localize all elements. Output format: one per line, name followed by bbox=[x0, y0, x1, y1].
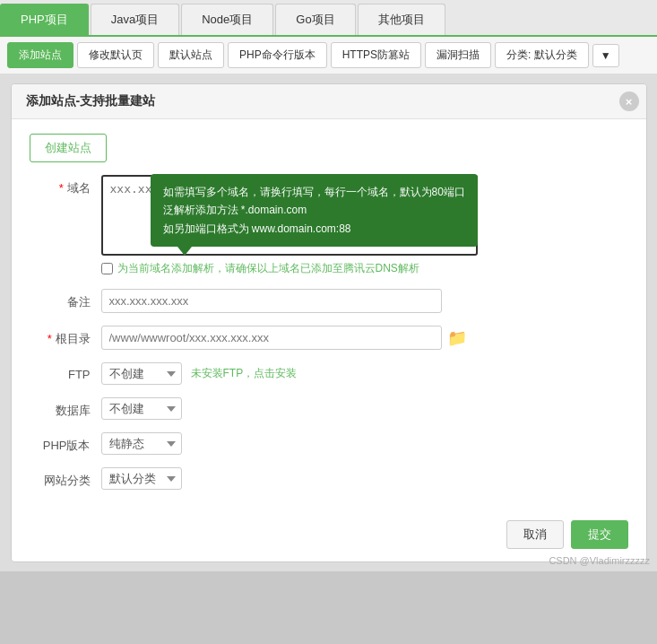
secondary-toolbar: 添加站点 修改默认页 默认站点 PHP命令行版本 HTTPS防篡站 漏洞扫描 分… bbox=[0, 37, 657, 74]
btn-more[interactable]: ▼ bbox=[592, 44, 619, 67]
tooltip-line2: 泛解析添加方法 *.domain.com bbox=[163, 201, 465, 219]
dialog-title: 添加站点-支持批量建站 bbox=[26, 93, 156, 108]
remark-label: 备注 bbox=[30, 289, 101, 310]
remark-row: 备注 bbox=[30, 289, 628, 313]
site-category-select[interactable]: 默认分类 bbox=[101, 467, 182, 490]
btn-https[interactable]: HTTPS防篡站 bbox=[331, 42, 421, 68]
php-version-control-wrap: 纯静态 bbox=[101, 432, 628, 455]
dialog-title-bar: 添加站点-支持批量建站 bbox=[12, 84, 646, 119]
ftp-label: FTP bbox=[30, 362, 101, 381]
submit-button[interactable]: 提交 bbox=[571, 520, 628, 549]
btn-category[interactable]: 分类: 默认分类 bbox=[495, 42, 589, 68]
tooltip-line3: 如另加端口格式为 www.domain.com:88 bbox=[163, 220, 465, 238]
btn-php-cli[interactable]: PHP命令行版本 bbox=[228, 42, 327, 68]
database-row: 数据库 不创建 bbox=[30, 397, 628, 420]
tooltip-box: 如需填写多个域名，请换行填写，每行一个域名，默认为80端口 泛解析添加方法 *.… bbox=[151, 174, 478, 247]
rootdir-label: 根目录 bbox=[30, 326, 101, 347]
remark-control-wrap bbox=[101, 289, 628, 313]
ftp-select[interactable]: 不创建 bbox=[101, 362, 182, 385]
database-control-wrap: 不创建 bbox=[101, 397, 628, 420]
ftp-select-wrap: 不创建 未安装FTP，点击安装 bbox=[101, 362, 628, 385]
dialog-footer: 取消 提交 bbox=[12, 511, 646, 561]
main-area: 添加站点-支持批量建站 × 如需填写多个域名，请换行填写，每行一个域名，默认为8… bbox=[0, 74, 657, 571]
btn-default-site[interactable]: 默认站点 bbox=[158, 42, 224, 68]
ftp-row: FTP 不创建 未安装FTP，点击安装 bbox=[30, 362, 628, 385]
database-label: 数据库 bbox=[30, 397, 101, 419]
create-site-row: 创建站点 bbox=[30, 134, 628, 162]
database-select[interactable]: 不创建 bbox=[101, 397, 182, 420]
dialog: 添加站点-支持批量建站 × 如需填写多个域名，请换行填写，每行一个域名，默认为8… bbox=[11, 83, 647, 562]
top-tabs: PHP项目 Java项目 Node项目 Go项目 其他项目 bbox=[0, 0, 657, 37]
remark-input[interactable] bbox=[101, 289, 442, 313]
tab-java[interactable]: Java项目 bbox=[91, 4, 179, 35]
watermark: CSDN @Vladimirzzzzz bbox=[549, 555, 650, 566]
btn-modify-default-page[interactable]: 修改默认页 bbox=[77, 42, 154, 68]
close-button[interactable]: × bbox=[619, 91, 639, 111]
dns-checkbox-label: 为当前域名添加解析，请确保以上域名已添加至腾讯云DNS解析 bbox=[117, 261, 419, 276]
site-category-label: 网站分类 bbox=[30, 467, 101, 489]
rootdir-control-wrap: 📁 bbox=[101, 326, 628, 350]
dns-checkbox-row: 为当前域名添加解析，请确保以上域名已添加至腾讯云DNS解析 bbox=[101, 261, 628, 276]
tooltip-line1: 如需填写多个域名，请换行填写，每行一个域名，默认为80端口 bbox=[163, 183, 465, 201]
rootdir-wrap: 📁 bbox=[101, 326, 628, 350]
dns-checkbox[interactable] bbox=[101, 263, 113, 274]
btn-add-site[interactable]: 添加站点 bbox=[7, 42, 73, 68]
create-site-button[interactable]: 创建站点 bbox=[30, 134, 107, 162]
ftp-control-wrap: 不创建 未安装FTP，点击安装 bbox=[101, 362, 628, 385]
cancel-button[interactable]: 取消 bbox=[506, 520, 564, 549]
site-category-control-wrap: 默认分类 bbox=[101, 467, 628, 490]
tab-go[interactable]: Go项目 bbox=[275, 4, 355, 35]
php-version-label: PHP版本 bbox=[30, 432, 101, 454]
tab-other[interactable]: 其他项目 bbox=[358, 4, 445, 35]
ftp-install-link[interactable]: 未安装FTP，点击安装 bbox=[191, 366, 298, 381]
folder-icon[interactable]: 📁 bbox=[447, 328, 467, 348]
php-version-row: PHP版本 纯静态 bbox=[30, 432, 628, 455]
php-version-select[interactable]: 纯静态 bbox=[101, 432, 182, 455]
tab-node[interactable]: Node项目 bbox=[181, 4, 273, 35]
site-category-row: 网站分类 默认分类 bbox=[30, 467, 628, 490]
rootdir-row: 根目录 📁 bbox=[30, 326, 628, 350]
tab-php[interactable]: PHP项目 bbox=[0, 4, 89, 35]
btn-scan[interactable]: 漏洞扫描 bbox=[425, 42, 491, 68]
domain-label: 域名 bbox=[30, 175, 101, 196]
rootdir-input[interactable] bbox=[101, 326, 442, 350]
